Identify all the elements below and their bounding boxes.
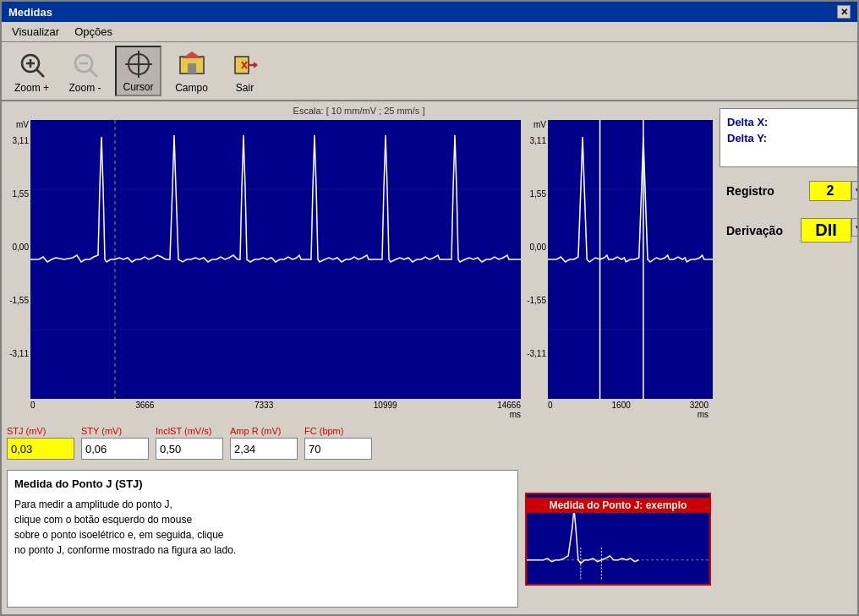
- inclst-label: InclST (mV/s): [156, 426, 211, 436]
- campo-button[interactable]: Campo: [168, 47, 215, 96]
- menu-bar: Visualizar Opções: [2, 22, 857, 42]
- title-bar-left: Medidas: [8, 6, 52, 19]
- sair-button[interactable]: Sair: [222, 47, 268, 96]
- sty-field: STY (mV): [81, 426, 149, 460]
- main-content: Escala: [ 10 mm/mV ; 25 mm/s ] mV 3,11 1…: [2, 101, 857, 614]
- right-panel: Delta X: Delta Y: Registro 2 ▼ Derivação…: [716, 105, 857, 611]
- left-panel: Escala: [ 10 mm/mV ; 25 mm/s ] mV 3,11 1…: [5, 105, 713, 611]
- y-unit-main: mV: [16, 120, 29, 129]
- example-title: Medida do Ponto J: exemplo: [527, 498, 709, 513]
- toolbar: Zoom + Zoom - Cursor: [2, 42, 857, 101]
- sair-icon: [230, 50, 260, 80]
- stj-input[interactable]: [7, 438, 74, 460]
- campo-label: Campo: [175, 82, 208, 94]
- derivacao-label: Derivação: [726, 224, 794, 237]
- derivacao-value: DII: [801, 218, 851, 243]
- derivacao-dropdown[interactable]: ▼: [851, 218, 857, 237]
- sty-input[interactable]: [81, 438, 149, 460]
- chart-area: mV 3,11 1,55 0,00 -1,55 -3,11: [5, 120, 713, 419]
- x-label-3666: 3666: [135, 401, 154, 410]
- y-label-n155-mini: -1,55: [527, 296, 546, 305]
- description-title: Medida do Ponto J (STJ): [14, 477, 511, 490]
- y-unit-mini: mV: [533, 120, 546, 129]
- svg-marker-15: [254, 62, 258, 68]
- registro-row: Registro 2 ▼: [726, 181, 857, 201]
- menu-opcoes[interactable]: Opções: [68, 24, 119, 40]
- y-label-0-mini: 0,00: [530, 243, 546, 252]
- sty-label: STY (mV): [81, 426, 122, 436]
- y-label-155-main: 1,55: [13, 189, 29, 199]
- mini-ecg-chart[interactable]: [548, 120, 713, 399]
- mini-chart-wrapper: mV 3,11 1,55 0,00 -1,55 -3,11: [523, 120, 713, 419]
- svg-rect-13: [235, 57, 249, 74]
- fc-field: FC (bpm): [304, 426, 372, 460]
- svg-rect-12: [188, 63, 196, 74]
- derivacao-row: Derivação DII ▼: [726, 218, 857, 243]
- zoom-in-label: Zoom +: [14, 82, 49, 94]
- measurements-row: STJ (mV) STY (mV) InclST (mV/s) Amp R (m…: [5, 422, 713, 463]
- y-label-311-main: 3,11: [13, 136, 29, 145]
- main-window: Medidas ✕ Visualizar Opções Zoom +: [0, 0, 859, 616]
- inclst-field: InclST (mV/s): [156, 426, 223, 460]
- zoom-out-button[interactable]: Zoom -: [62, 47, 108, 96]
- y-label-n311-main: -3,11: [9, 349, 29, 358]
- cursor-label: Cursor: [123, 81, 154, 93]
- ecg-svg-main: [30, 120, 521, 399]
- stj-label: STJ (mV): [7, 426, 46, 436]
- sair-label: Sair: [236, 82, 254, 94]
- x-label-mini-0: 0: [548, 401, 553, 410]
- x-unit-main: ms: [510, 410, 521, 419]
- example-svg: [527, 501, 709, 586]
- menu-visualizar[interactable]: Visualizar: [5, 24, 66, 40]
- y-label-n155-main: -1,55: [9, 296, 29, 305]
- window-title: Medidas: [8, 6, 52, 19]
- ampr-field: Amp R (mV): [230, 426, 298, 460]
- x-label-10999: 10999: [374, 401, 397, 410]
- y-label-n311-mini: -3,11: [527, 349, 546, 358]
- ampr-input[interactable]: [230, 438, 298, 460]
- registro-label: Registro: [726, 184, 794, 198]
- x-label-14666: 14666: [497, 401, 521, 410]
- svg-line-6: [90, 69, 97, 77]
- info-panel: Medida do Ponto J (STJ) Para medir a amp…: [5, 466, 713, 611]
- y-label-155-mini: 1,55: [530, 189, 546, 199]
- x-label-7333: 7333: [254, 401, 273, 410]
- zoom-out-icon: [70, 50, 101, 80]
- title-bar: Medidas ✕: [2, 2, 857, 22]
- description-text: Para medir a amplitude do ponto J, cliqu…: [14, 497, 511, 558]
- svg-marker-11: [182, 52, 202, 58]
- x-label-mini-3200: 3200: [690, 401, 709, 410]
- svg-line-3: [36, 69, 44, 77]
- description-box: Medida do Ponto J (STJ) Para medir a amp…: [7, 470, 518, 608]
- cursor-icon: [123, 49, 154, 79]
- main-ecg-chart[interactable]: [30, 120, 521, 399]
- fc-input[interactable]: [304, 438, 372, 460]
- ecg-svg-mini: [548, 120, 713, 399]
- zoom-out-label: Zoom -: [69, 82, 101, 94]
- y-label-0-main: 0,00: [13, 243, 29, 252]
- fc-label: FC (bpm): [304, 426, 343, 436]
- x-unit-mini: ms: [698, 410, 709, 419]
- delta-box: Delta X: Delta Y:: [719, 108, 857, 167]
- ampr-label: Amp R (mV): [230, 426, 282, 436]
- inclst-input[interactable]: [156, 438, 223, 460]
- y-label-311-mini: 3,11: [530, 136, 546, 145]
- cursor-button[interactable]: Cursor: [115, 46, 161, 96]
- zoom-in-button[interactable]: Zoom +: [8, 47, 55, 96]
- right-controls: Registro 2 ▼ Derivação DII ▼: [719, 174, 857, 256]
- scale-label: Escala: [ 10 mm/mV ; 25 mm/s ]: [5, 105, 713, 117]
- zoom-in-icon: [17, 50, 47, 80]
- x-label-mini-1600: 1600: [612, 401, 631, 410]
- close-button[interactable]: ✕: [837, 5, 851, 19]
- main-chart-wrapper: mV 3,11 1,55 0,00 -1,55 -3,11: [5, 120, 521, 419]
- stj-field: STJ (mV): [7, 426, 74, 460]
- registro-value: 2: [809, 181, 851, 201]
- registro-dropdown[interactable]: ▼: [851, 181, 857, 199]
- campo-icon: [177, 50, 207, 80]
- delta-y-label: Delta Y:: [727, 132, 857, 144]
- x-label-0: 0: [30, 401, 36, 410]
- example-image: Medida do Ponto J: exemplo: [525, 493, 711, 586]
- delta-x-label: Delta X:: [727, 116, 857, 128]
